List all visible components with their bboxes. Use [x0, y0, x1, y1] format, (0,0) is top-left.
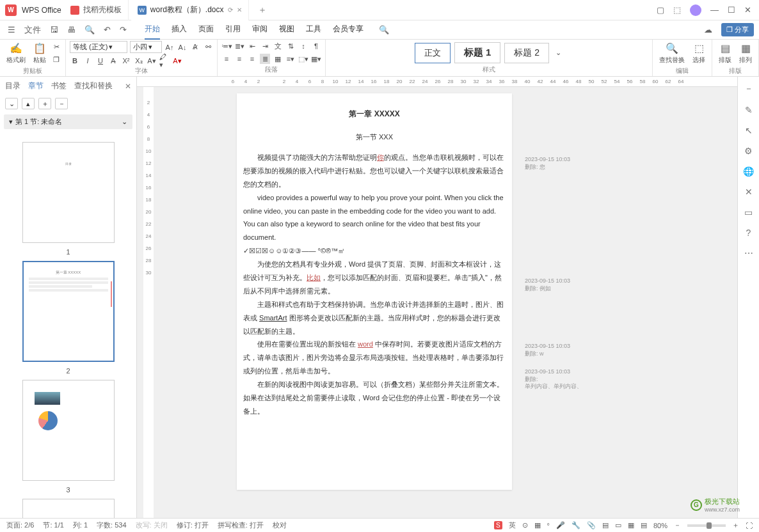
status-overwrite[interactable]: 改写: 关闭: [136, 520, 168, 530]
help-icon[interactable]: ?: [746, 228, 751, 238]
outdent-icon[interactable]: ⇤: [247, 41, 257, 51]
comment-3[interactable]: 2023-09-15 10:03删除: w: [525, 343, 570, 357]
status-mic-icon[interactable]: 🎤: [556, 521, 565, 529]
thumbnail-page-2[interactable]: 第一章 XXXXX: [22, 261, 115, 362]
status-revision[interactable]: 修订: 打开: [177, 520, 209, 530]
tab-refresh-icon[interactable]: ⟳: [228, 6, 233, 13]
bold-icon[interactable]: B: [70, 56, 80, 66]
indent-icon[interactable]: ⇥: [260, 41, 270, 51]
nav-tab-toc[interactable]: 目录: [5, 81, 20, 91]
menu-tab-tools[interactable]: 工具: [306, 20, 321, 40]
vertical-ruler[interactable]: 24681012141618202224262830: [143, 87, 154, 518]
line-spacing-icon[interactable]: ↕: [298, 41, 308, 51]
align-right-icon[interactable]: ≡: [247, 54, 257, 64]
font-name-select[interactable]: 等线 (正文)▾: [70, 41, 127, 53]
new-tab-button[interactable]: ＋: [252, 4, 273, 16]
status-words[interactable]: 字数: 534: [97, 520, 126, 530]
font-color-icon[interactable]: A▾: [172, 56, 182, 66]
highlight-icon[interactable]: 🖍▾: [159, 56, 170, 66]
subscript-icon[interactable]: X₂: [134, 56, 144, 66]
cursor-icon[interactable]: ↖: [745, 125, 753, 136]
show-marks-icon[interactable]: ¶: [311, 41, 321, 51]
settings-icon[interactable]: ⚙: [744, 146, 753, 156]
paste-button[interactable]: 📋粘贴: [31, 41, 49, 66]
arrange-button[interactable]: ▦排列: [737, 41, 755, 66]
format-painter-button[interactable]: ✍格式刷: [4, 41, 28, 66]
globe-icon[interactable]: 🌐: [743, 166, 754, 176]
status-lang[interactable]: 英: [509, 520, 516, 530]
nav-tab-bookmarks[interactable]: 书签: [51, 81, 67, 91]
preview-icon[interactable]: 🔍: [82, 25, 97, 35]
align-left-icon[interactable]: ≡: [221, 54, 232, 64]
search-icon[interactable]: 🔍: [376, 25, 392, 35]
bullets-icon[interactable]: ≔▾: [221, 41, 232, 51]
nav-tab-sections[interactable]: 章节: [28, 81, 44, 91]
document-scroll[interactable]: 24681012141618202224262830 第一章 XXXXX 第一节…: [137, 87, 737, 518]
view-print-icon[interactable]: ▤: [602, 521, 609, 529]
pen-icon[interactable]: ✎: [745, 105, 753, 115]
zoom-value[interactable]: 80%: [653, 522, 667, 529]
status-symbol-icon[interactable]: ⊙: [522, 521, 528, 529]
horizontal-ruler[interactable]: 6422468101214161820222426283032343638404…: [137, 77, 737, 87]
status-page[interactable]: 页面: 2/6: [6, 520, 34, 530]
file-menu[interactable]: 文件: [22, 24, 44, 36]
menu-tab-reference[interactable]: 引用: [225, 20, 241, 40]
shading-icon[interactable]: ⬚▾: [298, 54, 308, 64]
ime-icon[interactable]: S: [494, 521, 502, 529]
style-heading1[interactable]: 标题 1: [454, 42, 501, 63]
avatar[interactable]: [690, 4, 701, 16]
view-read-icon[interactable]: ▭: [615, 521, 621, 529]
nav-remove-button[interactable]: －: [55, 98, 68, 109]
menu-tab-member[interactable]: 会员专享: [333, 20, 364, 40]
grow-font-icon[interactable]: A↑: [164, 42, 175, 52]
zoom-out-icon[interactable]: －: [744, 83, 753, 95]
align-justify-icon[interactable]: ≣: [260, 54, 270, 64]
book-icon[interactable]: ▭: [744, 207, 753, 217]
status-keyboard-icon[interactable]: ▦: [534, 521, 541, 529]
sort-icon[interactable]: ⇅: [285, 41, 296, 51]
nav-up-button[interactable]: ▴: [22, 98, 35, 109]
menu-tab-start[interactable]: 开始: [145, 20, 160, 40]
thumbnail-page-3[interactable]: [22, 380, 115, 481]
italic-icon[interactable]: I: [83, 56, 93, 66]
thumbnail-page-1[interactable]: 目录: [22, 142, 115, 243]
font-size-select[interactable]: 小四▾: [130, 41, 162, 53]
fullscreen-icon[interactable]: ⛶: [746, 522, 753, 529]
chain-icon[interactable]: ⚯: [203, 42, 213, 52]
close-button[interactable]: ✕: [744, 5, 751, 15]
comment-4[interactable]: 2023-09-15 10:03删除:单列内容、单列内容、: [525, 368, 582, 391]
cut-icon[interactable]: ✂: [51, 42, 61, 52]
hamburger-icon[interactable]: ☰: [5, 25, 18, 35]
distribute-icon[interactable]: ▦: [273, 54, 283, 64]
style-normal[interactable]: 正文: [415, 43, 451, 63]
zoom-minus-icon[interactable]: －: [674, 520, 681, 530]
text-direction-icon[interactable]: 文: [273, 41, 283, 51]
comment-1[interactable]: 2023-09-15 10:03删除: 您: [525, 156, 570, 171]
align-center-icon[interactable]: ≡: [234, 54, 244, 64]
tab-document[interactable]: W word教程（新）.docx ⟳ ✕: [131, 0, 249, 20]
cloud-icon[interactable]: ☁: [701, 25, 715, 35]
menu-tab-view[interactable]: 视图: [279, 20, 294, 40]
find-replace-button[interactable]: 🔍查找替换: [657, 41, 687, 66]
superscript-icon[interactable]: X²: [121, 56, 131, 66]
thumbnail-page-4[interactable]: [22, 499, 115, 518]
comment-2[interactable]: 2023-09-15 10:03删除: 例如: [525, 278, 570, 292]
more-icon[interactable]: ⋯: [744, 248, 753, 258]
status-spell[interactable]: 拼写检查: 打开: [218, 520, 264, 530]
tab-templates[interactable]: 找稻壳模板: [64, 0, 129, 20]
copy-icon[interactable]: ❐: [51, 55, 61, 65]
status-section[interactable]: 节: 1/1: [43, 520, 63, 530]
clear-format-icon[interactable]: A̷: [190, 42, 200, 52]
menu-tab-review[interactable]: 审阅: [252, 20, 268, 40]
status-proof[interactable]: 校对: [273, 520, 287, 530]
maximize-button[interactable]: ☐: [728, 5, 735, 15]
nav-collapse-button[interactable]: ⌄: [5, 98, 18, 109]
menu-tab-insert[interactable]: 插入: [172, 20, 187, 40]
status-tool-icon[interactable]: 🔧: [571, 521, 580, 529]
view-outline-icon[interactable]: ▤: [641, 521, 647, 529]
strike-icon[interactable]: A̶: [108, 56, 118, 66]
tool-icon[interactable]: ✕: [745, 187, 753, 197]
style-heading2[interactable]: 标题 2: [504, 43, 549, 63]
undo-icon[interactable]: ↶: [101, 25, 113, 35]
nav-close-icon[interactable]: ✕: [125, 82, 131, 91]
